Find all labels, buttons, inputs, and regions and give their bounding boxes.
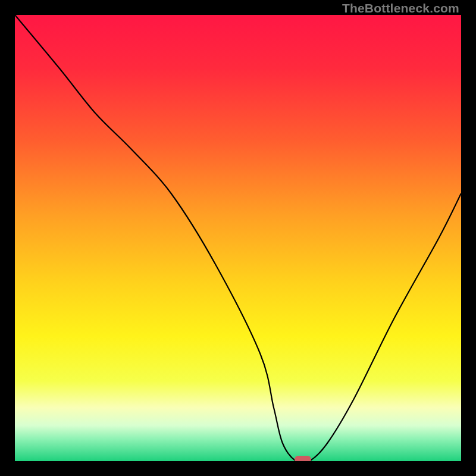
chart-frame: TheBottleneck.com xyxy=(0,0,476,476)
optimal-marker xyxy=(295,456,311,461)
watermark-text: TheBottleneck.com xyxy=(342,1,459,15)
curve-layer xyxy=(15,15,461,461)
plot-area xyxy=(15,15,461,461)
bottleneck-curve xyxy=(15,15,461,461)
